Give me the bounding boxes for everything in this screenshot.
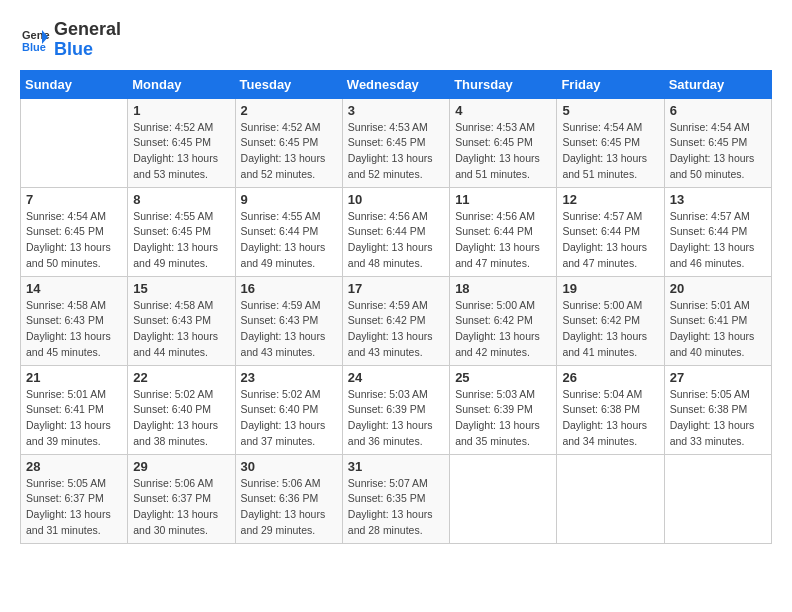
day-number: 19 [562,281,658,296]
day-cell: 28Sunrise: 5:05 AM Sunset: 6:37 PM Dayli… [21,454,128,543]
day-number: 21 [26,370,122,385]
day-cell: 12Sunrise: 4:57 AM Sunset: 6:44 PM Dayli… [557,187,664,276]
day-number: 14 [26,281,122,296]
day-detail: Sunrise: 4:55 AM Sunset: 6:45 PM Dayligh… [133,209,229,272]
day-cell: 20Sunrise: 5:01 AM Sunset: 6:41 PM Dayli… [664,276,771,365]
day-number: 3 [348,103,444,118]
day-detail: Sunrise: 4:59 AM Sunset: 6:43 PM Dayligh… [241,298,337,361]
day-cell: 16Sunrise: 4:59 AM Sunset: 6:43 PM Dayli… [235,276,342,365]
day-cell: 19Sunrise: 5:00 AM Sunset: 6:42 PM Dayli… [557,276,664,365]
day-number: 7 [26,192,122,207]
day-detail: Sunrise: 4:53 AM Sunset: 6:45 PM Dayligh… [455,120,551,183]
day-detail: Sunrise: 4:52 AM Sunset: 6:45 PM Dayligh… [133,120,229,183]
day-cell: 22Sunrise: 5:02 AM Sunset: 6:40 PM Dayli… [128,365,235,454]
day-detail: Sunrise: 4:59 AM Sunset: 6:42 PM Dayligh… [348,298,444,361]
day-detail: Sunrise: 4:54 AM Sunset: 6:45 PM Dayligh… [26,209,122,272]
week-row-1: 1Sunrise: 4:52 AM Sunset: 6:45 PM Daylig… [21,98,772,187]
day-cell: 14Sunrise: 4:58 AM Sunset: 6:43 PM Dayli… [21,276,128,365]
day-number: 12 [562,192,658,207]
week-row-5: 28Sunrise: 5:05 AM Sunset: 6:37 PM Dayli… [21,454,772,543]
day-number: 16 [241,281,337,296]
day-detail: Sunrise: 5:03 AM Sunset: 6:39 PM Dayligh… [455,387,551,450]
logo-icon: General Blue [20,25,50,55]
day-number: 11 [455,192,551,207]
day-cell: 7Sunrise: 4:54 AM Sunset: 6:45 PM Daylig… [21,187,128,276]
day-number: 28 [26,459,122,474]
day-number: 13 [670,192,766,207]
day-cell: 11Sunrise: 4:56 AM Sunset: 6:44 PM Dayli… [450,187,557,276]
day-number: 31 [348,459,444,474]
day-detail: Sunrise: 5:04 AM Sunset: 6:38 PM Dayligh… [562,387,658,450]
day-detail: Sunrise: 5:01 AM Sunset: 6:41 PM Dayligh… [670,298,766,361]
day-detail: Sunrise: 4:53 AM Sunset: 6:45 PM Dayligh… [348,120,444,183]
day-number: 30 [241,459,337,474]
day-cell: 18Sunrise: 5:00 AM Sunset: 6:42 PM Dayli… [450,276,557,365]
day-number: 15 [133,281,229,296]
day-detail: Sunrise: 4:56 AM Sunset: 6:44 PM Dayligh… [348,209,444,272]
day-number: 9 [241,192,337,207]
day-cell: 4Sunrise: 4:53 AM Sunset: 6:45 PM Daylig… [450,98,557,187]
day-cell: 17Sunrise: 4:59 AM Sunset: 6:42 PM Dayli… [342,276,449,365]
day-detail: Sunrise: 4:56 AM Sunset: 6:44 PM Dayligh… [455,209,551,272]
header-monday: Monday [128,70,235,98]
day-detail: Sunrise: 5:00 AM Sunset: 6:42 PM Dayligh… [562,298,658,361]
day-cell: 29Sunrise: 5:06 AM Sunset: 6:37 PM Dayli… [128,454,235,543]
day-cell: 9Sunrise: 4:55 AM Sunset: 6:44 PM Daylig… [235,187,342,276]
day-number: 1 [133,103,229,118]
day-detail: Sunrise: 5:00 AM Sunset: 6:42 PM Dayligh… [455,298,551,361]
day-cell [664,454,771,543]
day-detail: Sunrise: 5:06 AM Sunset: 6:37 PM Dayligh… [133,476,229,539]
day-detail: Sunrise: 4:54 AM Sunset: 6:45 PM Dayligh… [562,120,658,183]
day-number: 22 [133,370,229,385]
day-detail: Sunrise: 5:05 AM Sunset: 6:37 PM Dayligh… [26,476,122,539]
day-number: 5 [562,103,658,118]
day-number: 29 [133,459,229,474]
day-number: 2 [241,103,337,118]
day-detail: Sunrise: 5:06 AM Sunset: 6:36 PM Dayligh… [241,476,337,539]
day-detail: Sunrise: 4:52 AM Sunset: 6:45 PM Dayligh… [241,120,337,183]
day-detail: Sunrise: 4:57 AM Sunset: 6:44 PM Dayligh… [562,209,658,272]
day-cell: 31Sunrise: 5:07 AM Sunset: 6:35 PM Dayli… [342,454,449,543]
logo: General Blue General Blue [20,20,121,60]
day-detail: Sunrise: 4:58 AM Sunset: 6:43 PM Dayligh… [133,298,229,361]
day-detail: Sunrise: 4:58 AM Sunset: 6:43 PM Dayligh… [26,298,122,361]
day-detail: Sunrise: 5:02 AM Sunset: 6:40 PM Dayligh… [133,387,229,450]
day-cell: 30Sunrise: 5:06 AM Sunset: 6:36 PM Dayli… [235,454,342,543]
day-detail: Sunrise: 4:55 AM Sunset: 6:44 PM Dayligh… [241,209,337,272]
day-detail: Sunrise: 5:03 AM Sunset: 6:39 PM Dayligh… [348,387,444,450]
day-cell: 6Sunrise: 4:54 AM Sunset: 6:45 PM Daylig… [664,98,771,187]
day-cell: 15Sunrise: 4:58 AM Sunset: 6:43 PM Dayli… [128,276,235,365]
day-cell [450,454,557,543]
day-cell: 26Sunrise: 5:04 AM Sunset: 6:38 PM Dayli… [557,365,664,454]
day-cell [557,454,664,543]
day-number: 20 [670,281,766,296]
day-detail: Sunrise: 5:02 AM Sunset: 6:40 PM Dayligh… [241,387,337,450]
day-cell: 1Sunrise: 4:52 AM Sunset: 6:45 PM Daylig… [128,98,235,187]
day-detail: Sunrise: 5:05 AM Sunset: 6:38 PM Dayligh… [670,387,766,450]
day-number: 17 [348,281,444,296]
day-number: 18 [455,281,551,296]
day-detail: Sunrise: 5:07 AM Sunset: 6:35 PM Dayligh… [348,476,444,539]
day-cell: 24Sunrise: 5:03 AM Sunset: 6:39 PM Dayli… [342,365,449,454]
day-number: 25 [455,370,551,385]
day-number: 8 [133,192,229,207]
header-thursday: Thursday [450,70,557,98]
header-saturday: Saturday [664,70,771,98]
page-header: General Blue General Blue [20,20,772,60]
calendar-table: SundayMondayTuesdayWednesdayThursdayFrid… [20,70,772,544]
day-cell: 21Sunrise: 5:01 AM Sunset: 6:41 PM Dayli… [21,365,128,454]
logo-text: General Blue [54,20,121,60]
week-row-3: 14Sunrise: 4:58 AM Sunset: 6:43 PM Dayli… [21,276,772,365]
day-number: 23 [241,370,337,385]
day-detail: Sunrise: 4:54 AM Sunset: 6:45 PM Dayligh… [670,120,766,183]
day-cell: 25Sunrise: 5:03 AM Sunset: 6:39 PM Dayli… [450,365,557,454]
day-number: 10 [348,192,444,207]
header-tuesday: Tuesday [235,70,342,98]
day-cell: 5Sunrise: 4:54 AM Sunset: 6:45 PM Daylig… [557,98,664,187]
header-row: SundayMondayTuesdayWednesdayThursdayFrid… [21,70,772,98]
header-wednesday: Wednesday [342,70,449,98]
day-number: 6 [670,103,766,118]
day-cell: 2Sunrise: 4:52 AM Sunset: 6:45 PM Daylig… [235,98,342,187]
day-number: 26 [562,370,658,385]
day-cell [21,98,128,187]
